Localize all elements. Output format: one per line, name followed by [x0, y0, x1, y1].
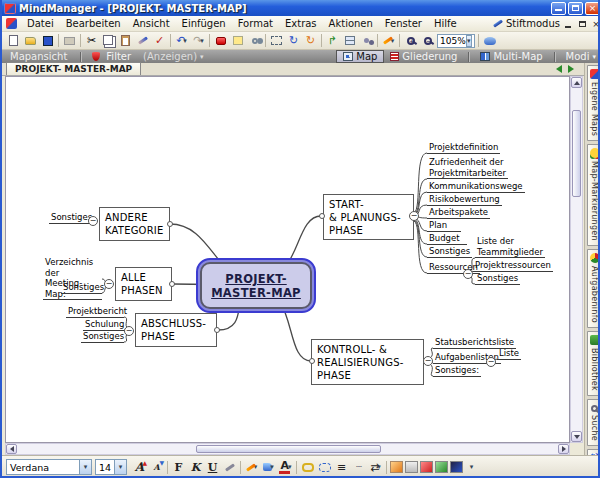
insert-table-button[interactable] — [435, 461, 448, 473]
undo-button[interactable]: ↶▾ — [173, 33, 190, 49]
zoom-in-button[interactable]: + — [402, 33, 419, 49]
subtopic-liste-teammitglieder[interactable]: Liste der Teammitglieder — [475, 236, 545, 258]
topic-width-button[interactable]: ⇄▾ — [367, 459, 384, 476]
update-button[interactable]: ↻ — [302, 33, 319, 49]
close-button[interactable]: × — [585, 2, 600, 15]
spellcheck-button[interactable]: ✓ — [151, 33, 168, 49]
menu-extras[interactable]: Extras — [279, 17, 323, 30]
menu-format[interactable]: Format — [232, 17, 279, 30]
doc-minimize-button[interactable] — [562, 18, 574, 29]
line-style-button[interactable]: ┄ — [350, 459, 367, 476]
tab-scroll-left-icon[interactable] — [556, 65, 562, 73]
cut-button[interactable]: ✂ — [83, 33, 100, 49]
print-button[interactable] — [61, 33, 78, 49]
subtopic-projektbericht[interactable]: Projektbericht — [66, 306, 124, 318]
scroll-down-button[interactable] — [571, 431, 582, 442]
select-button[interactable] — [268, 33, 285, 49]
horizontal-scrollbar[interactable] — [5, 443, 570, 455]
minimize-button[interactable] — [551, 2, 566, 15]
menu-datei[interactable]: Datei — [21, 17, 60, 30]
insert-chart-button[interactable] — [420, 461, 433, 473]
send-task-button[interactable]: ↱ — [324, 33, 341, 49]
insert-note-button[interactable] — [229, 33, 246, 49]
collapse-button-andere[interactable]: − — [88, 216, 98, 226]
subtopic-kontroll-sonstiges[interactable]: Sonstiges: — [433, 365, 481, 377]
document-tab[interactable]: PROJEKT- MASTER-MAP — [6, 62, 141, 75]
menu-ansicht[interactable]: Ansicht — [127, 17, 176, 30]
collapse-button-ressourcen[interactable]: − — [463, 269, 473, 279]
align-button[interactable]: ≡ — [333, 459, 350, 476]
subtopic-budget[interactable]: Budget — [427, 233, 467, 245]
menu-aktionen[interactable]: Aktionen — [323, 17, 379, 30]
scroll-up-button[interactable] — [571, 77, 582, 88]
map-view-button[interactable]: Map — [336, 50, 384, 63]
collapse-button-kontroll[interactable]: − — [423, 356, 433, 366]
subtopic-alle-sonstiges[interactable]: Sonstiges — [61, 282, 102, 294]
maximize-button[interactable] — [568, 2, 583, 15]
collapse-button-aufgabenlisten[interactable]: − — [486, 357, 496, 367]
copy-button[interactable] — [100, 33, 117, 49]
subtopic-start-sonstiges[interactable]: Sonstiges — [427, 246, 472, 258]
format-painter-button[interactable] — [134, 33, 151, 49]
subtopic-liste[interactable]: Liste — [497, 348, 521, 360]
zoom-dropdown-button[interactable]: ▾ — [466, 35, 472, 47]
sidetab-bibliothek[interactable]: Bibliothek — [587, 331, 600, 396]
boundary-dashed-button[interactable] — [316, 459, 333, 476]
subtopic-ressourcen-sonstiges[interactable]: Sonstiges — [475, 273, 520, 285]
collapse-button-abschluss[interactable]: − — [124, 326, 134, 336]
subtopic-projektdefinition[interactable]: Projektdefinition — [427, 142, 500, 154]
font-family-combobox[interactable]: Verdana ▾ — [6, 459, 92, 475]
export-button[interactable] — [481, 33, 498, 49]
bold-button[interactable]: F — [170, 459, 187, 476]
menu-einfuegen[interactable]: Einfügen — [176, 17, 232, 30]
topic-start-planungs-phase[interactable]: START- & PLANUNGS- PHASE — [323, 194, 414, 240]
italic-button[interactable]: K — [187, 459, 204, 476]
subtopic-abschluss-sonstiges[interactable]: Sonstiges — [81, 331, 124, 343]
collapse-button-start[interactable]: − — [409, 211, 419, 221]
paste-button[interactable] — [117, 33, 134, 49]
scroll-right-button[interactable] — [558, 444, 569, 454]
grow-font-button[interactable]: A▲ — [131, 459, 148, 476]
zoom-level-combobox[interactable]: 105% ▾ — [437, 34, 475, 48]
team-button[interactable] — [358, 33, 375, 49]
central-topic[interactable]: PROJEKT- MASTER-MAP — [196, 258, 316, 313]
zoom-out-button[interactable]: − — [419, 33, 436, 49]
refresh-button[interactable]: ↻ — [285, 33, 302, 49]
font-family-dropdown[interactable]: ▾ — [79, 460, 91, 474]
horizontal-scroll-thumb[interactable] — [196, 445, 381, 453]
fill-color-button[interactable]: ▾ — [260, 459, 277, 476]
topic-alle-phasen[interactable]: ALLE PHASEN — [115, 267, 172, 301]
sidetab-eigene-maps[interactable]: Eigene Maps — [587, 65, 600, 141]
insert-object-button[interactable] — [405, 461, 418, 473]
tab-scroll-right-icon[interactable] — [568, 65, 574, 73]
doc-restore-button[interactable] — [576, 18, 588, 29]
vertical-scroll-thumb[interactable] — [572, 110, 581, 197]
underline-button[interactable]: U — [204, 459, 221, 476]
subtopic-risikobewertung[interactable]: Risikobewertung — [427, 194, 502, 206]
font-size-combobox[interactable]: 14 ▾ — [95, 459, 127, 475]
doc-close-button[interactable]: × — [590, 18, 600, 29]
insert-image-button[interactable] — [390, 461, 403, 473]
subtopic-kommunikationswege[interactable]: Kommunikationswege — [427, 181, 525, 193]
topic-kontroll-realisierungs-phase[interactable]: KONTROLL- & REALISIERUNGS- PHASE — [311, 339, 424, 385]
hyperlink-button[interactable] — [246, 33, 263, 49]
subtopic-zufriedenheit[interactable]: Zufriedenheit der Projektmitarbeiter — [427, 157, 508, 179]
topic-abschluss-phase[interactable]: ABSCHLUSS- PHASE — [135, 313, 217, 347]
sidetab-aufgabeninfo[interactable]: Aufgabeninfo — [587, 249, 600, 328]
sidetab-map-markierungen[interactable]: Map-Markierungen — [587, 144, 600, 246]
sidetab-suche[interactable]: Suche — [587, 399, 600, 446]
outline-view-button[interactable]: Gliederung — [384, 50, 463, 63]
new-map-button[interactable] — [5, 33, 22, 49]
subtopic-verzeichnis-meeting-map[interactable]: Verzeichnis der Meeting-Map: — [43, 257, 102, 300]
subtopic-andere-sonstiges[interactable]: Sonstiges — [49, 212, 90, 224]
shrink-font-button[interactable]: A▼ — [148, 459, 165, 476]
scroll-left-button[interactable] — [6, 444, 17, 454]
subtopic-arbeitspakete[interactable]: Arbeitspakete — [427, 207, 490, 219]
font-color-button[interactable]: A▾ — [277, 459, 294, 476]
topic-andere-kategorie[interactable]: ANDERE KATEGORIE — [99, 207, 170, 241]
pen-mode-toggle[interactable]: Stiftmodus — [493, 18, 560, 29]
menu-hilfe[interactable]: Hilfe — [428, 17, 463, 30]
insert-media-button[interactable] — [450, 461, 463, 473]
pen-tool-button[interactable]: ▾ — [380, 33, 397, 49]
subtopic-statusberichtsliste[interactable]: Statusberichtsliste — [433, 337, 516, 349]
